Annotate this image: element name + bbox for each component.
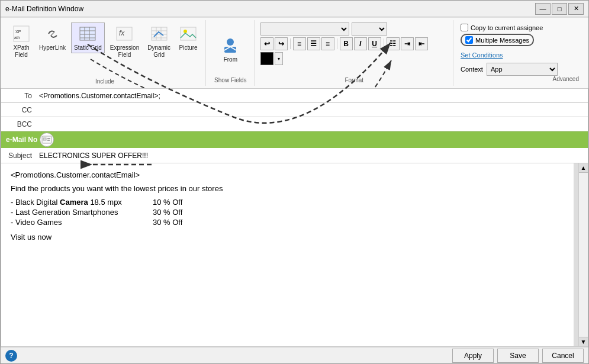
email-body: To CC BCC e-Mail No (1, 89, 588, 347)
email-line2: Find the products you want with the lowe… (11, 184, 564, 193)
email-notif-bar: e-Mail No (1, 131, 588, 148)
format-row3: ▾ (260, 52, 448, 65)
undo-button[interactable]: ↩ (260, 37, 273, 50)
format-row2: ↩ ↪ ≡ ☰ ≡ B I U ☷ ⇥ ⇤ (260, 37, 448, 50)
apply-button[interactable]: Apply (452, 349, 494, 363)
size-select[interactable] (352, 22, 387, 36)
italic-button[interactable]: I (354, 37, 367, 50)
advanced-label: Advanced (461, 76, 579, 82)
multiple-messages-box: Multiple Messages (461, 34, 534, 46)
scrollbar[interactable]: ▲ ▼ (578, 163, 588, 346)
product-name-2: - Last Generation Smartphones (11, 208, 153, 217)
color-dropdown[interactable]: ▾ (275, 52, 283, 65)
maximize-button[interactable]: □ (552, 3, 567, 15)
advanced-group: Copy to current assignee Multiple Messag… (455, 20, 585, 86)
to-input[interactable] (37, 91, 588, 101)
product-discount-3: 30 % Off (153, 218, 200, 227)
static-grid-icon (78, 24, 97, 43)
cancel-button[interactable]: Cancel (542, 349, 584, 363)
product-row-2: - Last Generation Smartphones 30 % Off (11, 208, 564, 217)
hyperlink-button[interactable]: HyperLink (36, 22, 69, 53)
from-icon-area: From (218, 22, 243, 77)
context-select[interactable]: App User System (487, 63, 558, 76)
copy-assignee-label: Copy to current assignee (471, 24, 543, 31)
multiple-messages-label: Multiple Messages (475, 37, 529, 44)
status-buttons: Apply Save Cancel (452, 349, 584, 363)
copy-assignee-checkbox[interactable] (461, 24, 468, 31)
format-section: ↩ ↪ ≡ ☰ ≡ B I U ☷ ⇥ ⇤ ▾ (256, 20, 453, 86)
picture-icon (179, 24, 198, 43)
align-center-button[interactable]: ☰ (307, 37, 320, 50)
svg-text:XP: XP (15, 30, 21, 34)
expression-icon: fx (115, 24, 134, 43)
expression-field-button[interactable]: fx ExpressionField (107, 22, 142, 60)
scroll-down[interactable]: ▼ (579, 337, 588, 346)
svg-rect-11 (152, 27, 167, 40)
help-icon[interactable]: ? (5, 350, 17, 362)
align-right-button[interactable]: ≡ (321, 37, 334, 50)
outdent-button[interactable]: ⇤ (415, 37, 428, 50)
from-label: From (224, 56, 237, 63)
include-group: XP ath XPathField Hy (4, 20, 206, 86)
minimize-button[interactable]: — (535, 3, 551, 15)
close-button[interactable]: ✕ (568, 3, 584, 15)
product-name-1: - Black Digital Camera 18.5 mpx (11, 198, 153, 207)
from-group: From Show Fields (207, 20, 254, 86)
product-row-1: - Black Digital Camera 18.5 mpx 10 % Off (11, 198, 564, 207)
product-discount-2: 30 % Off (153, 208, 200, 217)
save-button[interactable]: Save (497, 349, 539, 363)
svg-rect-17 (181, 27, 196, 40)
subject-label: Subject (1, 152, 37, 160)
from-button[interactable]: From (218, 34, 243, 65)
bcc-input[interactable] (37, 119, 588, 130)
xpath-icon: XP ath (12, 24, 31, 43)
static-grid-label: Static Grid (74, 44, 102, 51)
product-discount-1: 10 % Off (153, 198, 200, 207)
cc-label: CC (1, 106, 37, 114)
cc-input[interactable] (37, 105, 588, 115)
window-title: e-Mail Definition Window (5, 5, 83, 13)
scroll-up[interactable]: ▲ (579, 163, 588, 173)
static-grid-button[interactable]: Static Grid (71, 22, 105, 53)
color-box[interactable] (260, 52, 273, 65)
align-left-button[interactable]: ≡ (293, 37, 306, 50)
product-row-3: - Video Games 30 % Off (11, 218, 564, 227)
underline-button[interactable]: U (368, 37, 381, 50)
svg-point-19 (227, 38, 234, 46)
indent-button[interactable]: ⇥ (401, 37, 414, 50)
email-content-area[interactable]: <Promotions.Customer.contactEmail> Find … (1, 163, 578, 346)
subject-input[interactable]: ELECTRONICS SUPER OFFER!!! (37, 150, 588, 161)
font-select[interactable] (260, 22, 349, 36)
set-conditions-row: Set Conditions (461, 51, 579, 59)
format-label: Format (260, 77, 448, 83)
subject-row: Subject ELECTRONICS SUPER OFFER!!! (1, 148, 588, 163)
bold-button[interactable]: B (340, 37, 353, 50)
multiple-messages-checkbox[interactable] (465, 36, 473, 44)
status-bar: ? Apply Save Cancel (1, 347, 588, 363)
xpath-label: XPathField (13, 44, 29, 59)
xpath-field-button[interactable]: XP ath XPathField (9, 22, 34, 60)
redo-button[interactable]: ↪ (275, 37, 288, 50)
from-icon (221, 36, 240, 55)
sep3 (384, 38, 384, 49)
product-table: - Black Digital Camera 18.5 mpx 10 % Off… (11, 198, 564, 227)
ribbon-content: XP ath XPathField Hy (1, 17, 588, 88)
sep2 (337, 38, 337, 49)
include-items: XP ath XPathField Hy (9, 20, 201, 76)
scroll-track (579, 173, 588, 337)
hyperlink-label: HyperLink (39, 44, 66, 51)
expression-field-label: ExpressionField (110, 44, 139, 59)
dynamic-grid-icon (150, 24, 169, 43)
picture-button[interactable]: Picture (176, 22, 201, 53)
svg-text:ath: ath (14, 36, 20, 40)
set-conditions-link[interactable]: Set Conditions (461, 51, 503, 59)
title-controls: — □ ✕ (535, 3, 584, 15)
email-notif-icon[interactable] (40, 133, 54, 147)
context-row: Context App User System (461, 63, 579, 76)
dynamic-grid-button[interactable]: DynamicGrid (144, 22, 173, 60)
bullet-list-button[interactable]: ☷ (387, 37, 400, 50)
title-bar: e-Mail Definition Window — □ ✕ (1, 1, 588, 17)
product-name-3: - Video Games (11, 218, 153, 227)
show-fields-label: Show Fields (214, 77, 246, 83)
include-label: Include (9, 76, 201, 86)
